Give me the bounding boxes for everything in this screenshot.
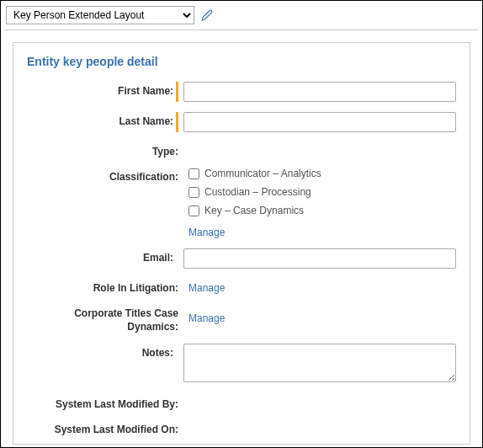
- row-type: Type:: [27, 142, 456, 157]
- role-manage-link[interactable]: Manage: [188, 282, 225, 294]
- row-corporate-titles: Corporate Titles Case Dynamics: Manage: [27, 304, 456, 333]
- row-system-last-modified-on: System Last Modified On:: [27, 420, 456, 435]
- label-email: Email:: [27, 248, 173, 264]
- classification-checkbox-key[interactable]: [188, 205, 199, 216]
- label-classification: Classification:: [27, 168, 178, 183]
- row-last-name: Last Name:: [27, 112, 456, 132]
- label-corporate-titles: Corporate Titles Case Dynamics:: [27, 304, 178, 333]
- pencil-icon: [201, 9, 213, 21]
- label-last-name: Last Name:: [27, 112, 173, 127]
- toolbar: Key Person Extended Layout: [4, 4, 479, 28]
- required-indicator: [176, 82, 178, 102]
- classification-manage-link[interactable]: Manage: [188, 227, 225, 238]
- row-classification: Classification: Communicator – Analytics…: [27, 168, 456, 238]
- required-indicator: [176, 112, 178, 132]
- label-system-last-modified-by: System Last Modified By:: [27, 395, 178, 410]
- corporate-titles-manage-link[interactable]: Manage: [188, 312, 225, 324]
- classification-option: Communicator – Analytics: [188, 168, 456, 179]
- layout-select[interactable]: Key Person Extended Layout: [6, 6, 194, 24]
- classification-option-label: Communicator – Analytics: [204, 168, 321, 179]
- row-role-in-litigation: Role In Litigation: Manage: [27, 279, 456, 294]
- classification-option-label: Key – Case Dynamics: [204, 205, 304, 216]
- panel-title: Entity key people detail: [27, 55, 456, 68]
- notes-textarea[interactable]: [183, 344, 456, 382]
- row-notes: Notes:: [27, 344, 456, 385]
- classification-checkbox-communicator[interactable]: [188, 168, 199, 179]
- label-role-in-litigation: Role In Litigation:: [27, 279, 178, 294]
- window-frame: Key Person Extended Layout Entity key pe…: [0, 0, 483, 448]
- edit-layout-button[interactable]: [199, 8, 215, 23]
- classification-option: Key – Case Dynamics: [188, 205, 456, 216]
- detail-panel: Entity key people detail First Name: Las…: [13, 42, 470, 445]
- label-system-last-modified-on: System Last Modified On:: [27, 420, 178, 435]
- row-system-last-modified-by: System Last Modified By:: [27, 395, 456, 410]
- classification-checkbox-custodian[interactable]: [188, 187, 199, 198]
- label-notes: Notes:: [27, 344, 173, 359]
- classification-option-label: Custodian – Processing: [204, 186, 311, 198]
- row-email: Email:: [27, 248, 456, 269]
- toolbar-divider: [4, 29, 479, 30]
- first-name-input[interactable]: [183, 82, 456, 102]
- last-name-input[interactable]: [183, 112, 456, 132]
- label-type: Type:: [27, 142, 178, 157]
- email-input[interactable]: [183, 248, 456, 269]
- classification-option: Custodian – Processing: [188, 186, 456, 198]
- row-first-name: First Name:: [27, 82, 456, 102]
- label-first-name: First Name:: [27, 82, 173, 97]
